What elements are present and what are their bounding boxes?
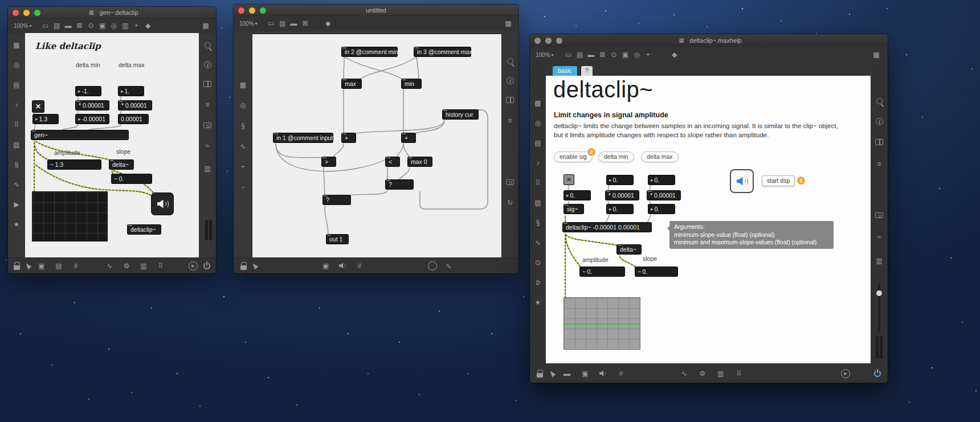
number-box-delta-max[interactable]: ▸ 1. (119, 87, 144, 96)
close-button[interactable] (238, 7, 244, 14)
ring-icon[interactable] (428, 261, 437, 271)
mixer-icon[interactable]: ▥ (873, 256, 885, 266)
deltaclip-object[interactable]: deltaclip~ (128, 225, 161, 234)
comment-icon[interactable]: ▬ (63, 21, 74, 31)
search-icon[interactable] (876, 98, 883, 104)
toggle-box[interactable]: ✕ (564, 175, 574, 185)
console-list-icon[interactable]: ≡ (504, 116, 516, 126)
reference-icon[interactable] (203, 81, 211, 87)
search-icon[interactable] (507, 58, 513, 64)
min-object[interactable]: min (402, 79, 421, 88)
tab-enable-sig[interactable]: enable sig (554, 151, 593, 162)
number-box-delta-min[interactable]: ▸ -1. (76, 87, 101, 96)
console-list-icon[interactable]: ≡ (202, 100, 213, 110)
panel-icon[interactable]: ▣ (97, 21, 108, 31)
number-box-min-slope[interactable]: ▸ -0.00001 (76, 114, 109, 124)
zoom-in-icon[interactable]: + (238, 162, 249, 172)
lock-icon[interactable] (240, 265, 247, 270)
reference-icon[interactable] (875, 139, 883, 145)
grid-snap-icon[interactable]: # (615, 368, 627, 379)
zoom-button[interactable] (34, 10, 40, 16)
start-dsp-message[interactable]: start dsp (762, 175, 795, 186)
zoom-level-dropdown[interactable]: 100% ▾ (536, 52, 554, 58)
message-box-icon[interactable]: ▤ (51, 21, 63, 31)
conditional-object[interactable]: ? (323, 195, 350, 204)
reference-icon[interactable] (506, 97, 514, 103)
slider-knob[interactable] (876, 290, 882, 296)
signal-icon[interactable]: ∿ (532, 237, 544, 248)
zoom-button[interactable] (260, 7, 266, 14)
audio-note-icon[interactable]: ♪ (532, 158, 544, 168)
panel-icon[interactable]: ▣ (620, 50, 631, 60)
signal-number-slope[interactable]: ~ 0. (635, 267, 677, 276)
inspector-info-icon[interactable]: i (876, 118, 883, 125)
titlebar[interactable]: ▦ deltaclip~.maxhelp (530, 34, 888, 47)
number-box-max-slope[interactable]: 0.00001 (119, 114, 148, 124)
meters-icon[interactable]: ▥ (715, 368, 726, 379)
close-button[interactable] (13, 10, 19, 16)
play-icon[interactable]: ▶ (11, 199, 22, 210)
multiply-object[interactable]: * 0.00001 (606, 191, 639, 200)
patch-cords-icon[interactable]: ∿ (679, 368, 690, 379)
patch-cords-icon[interactable]: ∿ (104, 261, 115, 271)
less-than-object[interactable]: < (386, 157, 399, 166)
plus-object[interactable]: + (402, 133, 415, 142)
packages-icon[interactable]: ▩ (11, 40, 22, 50)
film-icon[interactable]: ▤ (53, 261, 64, 271)
presentation-icon[interactable]: ▣ (36, 261, 47, 271)
dial-icon[interactable]: ⊙ (609, 50, 620, 60)
presentation-icon[interactable]: ▣ (320, 261, 332, 271)
console-list-icon[interactable]: ≡ (873, 159, 885, 169)
titlebar[interactable]: ▦ gen~.deltaclip (8, 7, 216, 18)
inlet-3-object[interactable]: in 3 @comment max (414, 47, 471, 56)
slider-icon[interactable]: ▥ (120, 21, 131, 31)
power-icon[interactable] (203, 263, 210, 269)
sig-object[interactable]: sig~ (564, 204, 583, 214)
delta-object[interactable]: delta~ (109, 160, 133, 169)
patcher-canvas[interactable]: in 2 @comment min in 3 @comment max max … (252, 34, 501, 257)
history-object[interactable]: history cur (443, 110, 478, 119)
images-icon[interactable]: ▨ (532, 198, 544, 208)
lessons-icon[interactable]: ◎ (238, 100, 249, 110)
snapshot-camera-icon[interactable] (875, 212, 883, 218)
audio-output-button[interactable] (731, 170, 753, 192)
signal-number-slope[interactable]: ~ 0. (112, 174, 152, 183)
packages-icon[interactable]: ▩ (238, 80, 249, 90)
favorites-star-icon[interactable]: ★ (11, 219, 22, 230)
run-circle-icon[interactable]: ▶ (841, 369, 850, 378)
gain-slider[interactable] (878, 284, 880, 331)
titlebar[interactable]: untitled (234, 5, 518, 16)
favorites-star-icon[interactable]: ★ (532, 297, 544, 308)
mixer-icon[interactable]: ▥ (202, 163, 213, 174)
comment-icon[interactable]: ▬ (561, 368, 573, 379)
cursor-arrow-icon[interactable] (24, 262, 31, 270)
zoom-level-dropdown[interactable]: 100% ▾ (239, 21, 258, 27)
toggle-box[interactable]: ✕ (32, 101, 44, 112)
zoom-out-icon[interactable]: − (238, 182, 249, 192)
object-palette-grid-icon[interactable]: ▦ (200, 21, 211, 31)
deltaclip-object[interactable]: deltaclip~ -0.00001 0.00001 (563, 223, 651, 232)
search-icon[interactable] (205, 42, 211, 48)
inlet-1-object[interactable]: in 1 @comment input (273, 133, 333, 142)
run-circle-icon[interactable]: ▶ (189, 261, 198, 271)
signal-icon[interactable]: ∿ (11, 179, 22, 190)
audio-mute-icon[interactable] (339, 263, 346, 269)
audio-mute-icon[interactable] (599, 370, 607, 376)
attachments-icon[interactable]: § (532, 218, 544, 228)
minimize-button[interactable] (23, 10, 30, 16)
sequencer-icon[interactable]: ⠿ (11, 120, 22, 130)
object-box-icon[interactable]: ▭ (40, 21, 51, 31)
lessons-icon[interactable]: ◎ (532, 118, 544, 128)
files-drawer-icon[interactable]: ▤ (532, 138, 544, 148)
modules-icon[interactable]: ⊙ (532, 257, 544, 268)
dots-grid-icon[interactable]: ⠿ (155, 261, 166, 271)
snapshot-camera-icon[interactable] (506, 179, 514, 185)
refresh-icon[interactable]: ↻ (504, 198, 516, 208)
object-palette-grid-icon[interactable]: ▦ (503, 18, 514, 28)
signal-number-amplitude[interactable]: ~ 1.3 (48, 160, 101, 169)
lock-icon[interactable] (537, 373, 543, 378)
tab-delta-max[interactable]: delta max (641, 151, 679, 162)
audio-output-button[interactable] (152, 193, 173, 215)
comment-icon[interactable]: ▬ (288, 18, 300, 28)
close-button[interactable] (534, 38, 541, 44)
